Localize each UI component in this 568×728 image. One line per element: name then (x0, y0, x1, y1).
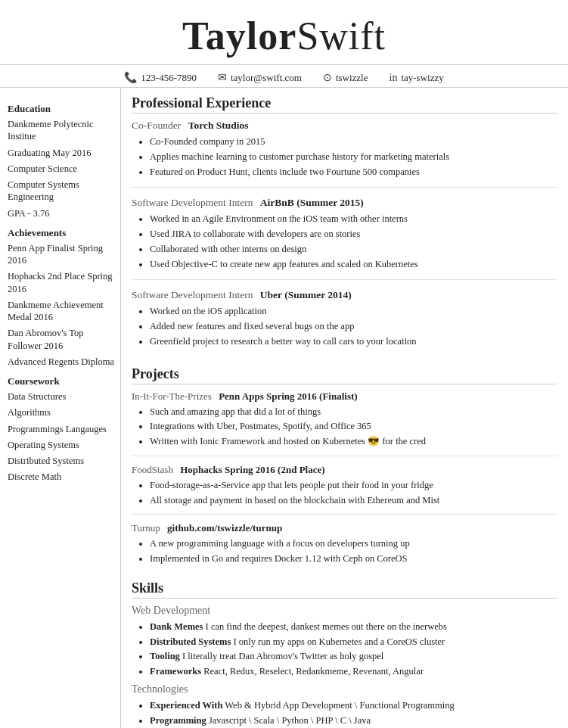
job-uber-header: Software Development Intern Uber (Summer… (132, 289, 557, 301)
phone-number: 123-456-7890 (141, 72, 197, 84)
job-torch-bullets: Co-Founded company in 2015 Applies machi… (132, 135, 557, 179)
linkedin-contact: in tay-swizzy (390, 72, 444, 84)
sidebar-education-cs: Computer Science (8, 163, 114, 175)
content-area: Professional Experience Co-Founder Torch… (121, 88, 568, 728)
project-foodstash-bullet-1: Food-storage-as-a-Service app that lets … (150, 478, 557, 493)
sidebar-course-discrete-math: Discrete Math (8, 471, 114, 483)
email-contact: ✉ taylor@swift.com (218, 71, 302, 84)
github-icon: ⊙ (323, 71, 332, 84)
job-airbnb: Software Development Intern AirBnB (Summ… (132, 197, 557, 280)
project-turnup-name: Turnup (132, 522, 160, 534)
skill-distributed-systems: Distributed Systems I only run my apps o… (150, 635, 557, 649)
job-torch-title: Co-Founder (132, 120, 181, 131)
project-foodstash-bullets: Food-storage-as-a-Service app that lets … (132, 478, 557, 508)
skill-experienced-with: Experienced With Web & Hybrid App Develo… (150, 698, 557, 713)
full-name: TaylorSwift (0, 14, 568, 58)
job-airbnb-header: Software Development Intern AirBnB (Summ… (132, 197, 557, 209)
achievements-section-title: Achievements (8, 227, 114, 239)
linkedin-handle: tay-swizzy (401, 72, 443, 84)
sidebar-achievement-hophacks: Hophacks 2nd Place Spring 2016 (8, 270, 114, 295)
job-airbnb-title: Software Development Intern (132, 197, 253, 208)
contact-bar: 📞 123-456-7890 ✉ taylor@swift.com ⊙ tswi… (0, 65, 568, 88)
sidebar-education-gpa: GPA - 3.76 (8, 207, 114, 219)
project-turnup-bullet-1: A new programming language with a focus … (150, 537, 557, 551)
sidebar-education-graduating: Graduating May 2016 (8, 147, 114, 159)
projects-section: Projects In-It-For-The-Prizes Penn Apps … (132, 366, 557, 573)
job-airbnb-bullet-4: Used Objective-C to create new app featu… (150, 257, 557, 272)
project-in-it-name: In-It-For-The-Prizes (132, 390, 212, 402)
job-airbnb-bullet-3: Collaborated with other interns on desig… (150, 242, 557, 257)
sidebar-education-dankmeme: Dankmeme Polytecnic Institue (8, 118, 114, 143)
project-turnup-bullets: A new programming language with a focus … (132, 537, 557, 566)
project-in-it-sub: Penn Apps Spring 2016 (Finalist) (219, 390, 358, 402)
project-in-it: In-It-For-The-Prizes Penn Apps Spring 20… (132, 390, 557, 456)
job-torch-studios: Co-Founder Torch Studios Co-Founded comp… (132, 120, 557, 188)
job-uber-bullet-2: Added new features and fixed several bug… (150, 319, 557, 334)
job-torch-bullet-1: Co-Founded company in 2015 (150, 135, 557, 149)
job-airbnb-bullet-2: Used JIRA to collaborate with developers… (150, 227, 557, 241)
web-dev-bullets: Dank Memes I can find the deepest, danke… (132, 620, 557, 679)
job-uber-company: Uber (Summer 2014) (260, 289, 352, 300)
job-airbnb-bullet-1: Worked in an Agile Environment on the iO… (150, 212, 557, 226)
sidebar-achievement-dan: Dan Abromov's Top Follower 2016 (8, 327, 114, 352)
job-torch-bullet-3: Featured on Product Hunt, clients includ… (150, 165, 557, 179)
project-turnup-header: Turnup github.com/tswizzle/turnup (132, 522, 557, 534)
job-airbnb-company: AirBnB (Summer 2015) (260, 197, 364, 208)
skills-section: Skills Web Development Dank Memes I can … (132, 580, 557, 728)
phone-contact: 📞 123-456-7890 (124, 71, 197, 84)
professional-experience-title: Professional Experience (132, 95, 557, 114)
job-uber-title: Software Development Intern (132, 289, 253, 300)
project-foodstash: FoodStash Hophacks Spring 2016 (2nd Plac… (132, 464, 557, 515)
web-dev-title: Web Development (132, 605, 557, 617)
sidebar-course-algorithms: Algorithms (8, 406, 114, 418)
skills-title: Skills (132, 580, 557, 599)
email-address: taylor@swift.com (231, 72, 302, 84)
technologies-title: Technologies (132, 683, 557, 695)
project-foodstash-name: FoodStash (132, 464, 173, 475)
professional-experience-section: Professional Experience Co-Founder Torch… (132, 95, 557, 357)
sidebar-education-cse: Computer Systems Engineering (8, 179, 114, 204)
project-foodstash-header: FoodStash Hophacks Spring 2016 (2nd Plac… (132, 464, 557, 476)
job-torch-header: Co-Founder Torch Studios (132, 120, 557, 132)
page-header: TaylorSwift (0, 0, 568, 65)
job-uber-bullet-3: Greenfield project to research a better … (150, 334, 557, 349)
skill-dank-memes: Dank Memes I can find the deepest, danke… (150, 620, 557, 634)
github-contact: ⊙ tswizzle (323, 71, 368, 84)
technologies-bullets: Experienced With Web & Hybrid App Develo… (132, 698, 557, 728)
skill-frameworks: Frameworks React, Redux, Reselect, Redan… (150, 664, 557, 679)
sidebar-achievement-regents: Advanced Regents Diploma (8, 356, 114, 368)
job-uber-bullets: Worked on the iOS application Added new … (132, 304, 557, 348)
project-turnup-sub: github.com/tswizzle/turnup (167, 522, 282, 534)
sidebar-course-programmings: Programmings Langauges (8, 423, 114, 435)
sidebar-achievement-dankmeme-medal: Dankmeme Achievement Medal 2016 (8, 299, 114, 324)
project-turnup-bullet-2: Implemented in Go and requires Docker 1.… (150, 552, 557, 566)
job-torch-company: Torch Studios (188, 120, 249, 131)
skill-tooling: Tooling I literally treat Dan Abromov's … (150, 649, 557, 664)
last-name: Swift (296, 14, 386, 58)
skill-programming: Programming Javascript \ Scala \ Python … (150, 714, 557, 728)
job-uber: Software Development Intern Uber (Summer… (132, 289, 557, 356)
project-turnup: Turnup github.com/tswizzle/turnup A new … (132, 522, 557, 573)
sidebar-achievement-penn: Penn App Finalist Spring 2016 (8, 242, 114, 267)
project-in-it-header: In-It-For-The-Prizes Penn Apps Spring 20… (132, 390, 557, 403)
job-uber-bullet-1: Worked on the iOS application (150, 304, 557, 319)
phone-icon: 📞 (124, 71, 137, 84)
project-in-it-bullet-3: Written with Ionic Framework and hosted … (150, 434, 557, 449)
project-foodstash-bullet-2: All storage and payment in based on the … (150, 493, 557, 508)
job-torch-bullet-2: Applies machine learning to customer pur… (150, 150, 557, 164)
sidebar-course-data-structures: Data Structures (8, 390, 114, 403)
project-in-it-bullets: Such and amazing app that did a lot of t… (132, 405, 557, 449)
linkedin-icon: in (390, 72, 398, 84)
main-layout: Education Dankmeme Polytecnic Institue G… (0, 88, 568, 728)
first-name: Taylor (182, 14, 296, 58)
email-icon: ✉ (218, 71, 227, 84)
project-foodstash-sub: Hophacks Spring 2016 (2nd Place) (180, 464, 324, 475)
projects-title: Projects (132, 366, 557, 384)
job-airbnb-bullets: Worked in an Agile Environment on the iO… (132, 212, 557, 271)
sidebar-course-operating-systems: Operating Systems (8, 439, 114, 451)
coursework-section-title: Coursework (8, 375, 114, 387)
sidebar-course-distributed-systems: Distributed Systems (8, 455, 114, 467)
github-handle: tswizzle (336, 72, 368, 84)
sidebar: Education Dankmeme Polytecnic Institue G… (0, 88, 121, 728)
education-section-title: Education (8, 103, 114, 115)
